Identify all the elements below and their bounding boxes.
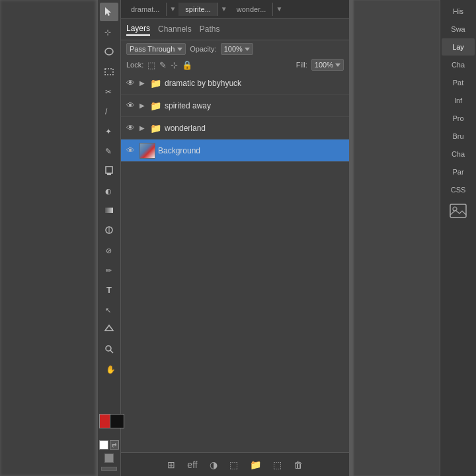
right-panel-history[interactable]: His <box>442 3 475 20</box>
stamp-tool[interactable] <box>100 161 118 180</box>
svg-text:✋: ✋ <box>106 364 114 374</box>
brush-tool[interactable]: ✎ <box>100 141 118 160</box>
right-panel: His Swa Lay Cha Pat Inf Pro Bru Cha Par … <box>440 0 476 476</box>
tab-dramatic[interactable]: dramat... <box>124 3 167 16</box>
new-layer-btn[interactable]: ⬚ <box>270 458 284 471</box>
layer-item-background[interactable]: 👁 Background <box>121 139 349 162</box>
right-panel-image-icon[interactable] <box>442 199 475 223</box>
type-tool[interactable]: T <box>100 280 118 299</box>
crop-tool[interactable]: ✂ <box>100 82 118 100</box>
blend-mode-arrow <box>177 48 182 51</box>
select-tool[interactable] <box>100 3 118 21</box>
opacity-arrow <box>245 48 250 51</box>
expand-arrow[interactable]: ▶ <box>139 124 147 132</box>
svg-point-2 <box>105 48 113 55</box>
visibility-icon[interactable]: 👁 <box>126 100 137 110</box>
visibility-icon[interactable]: 👁 <box>126 145 137 155</box>
right-panel-para[interactable]: Par <box>442 163 475 180</box>
visibility-icon[interactable]: 👁 <box>126 78 137 88</box>
right-panel-paths[interactable]: Pat <box>442 74 475 91</box>
tab-channels[interactable]: Channels <box>158 23 192 35</box>
move-tool[interactable]: ⊹ <box>100 22 118 41</box>
visibility-icon[interactable]: 👁 <box>126 123 137 133</box>
lock-image-icon[interactable]: ✎ <box>159 60 167 70</box>
layers-panel: dramat... ▼ spirite... ▼ wonder... ▼ Lay… <box>121 0 349 476</box>
lock-pixels-icon[interactable]: ⬚ <box>147 60 155 70</box>
layer-effects-btn[interactable]: eff <box>184 458 200 471</box>
lock-all-icon[interactable]: 🔒 <box>182 60 192 70</box>
lock-position-icon[interactable]: ⊹ <box>171 60 178 70</box>
fill-input[interactable]: 100% <box>311 59 344 71</box>
right-panel-char[interactable]: Cha <box>442 145 475 163</box>
right-panel-channels[interactable]: Cha <box>442 56 475 73</box>
right-panel-properties[interactable]: Pro <box>442 110 475 127</box>
marquee-tool[interactable] <box>100 62 118 81</box>
svg-rect-8 <box>106 167 112 173</box>
opacity-input[interactable]: 100% <box>221 43 253 55</box>
layer-item[interactable]: 👁 ▶ 📁 spirited away <box>121 95 349 117</box>
fill-arrow <box>335 63 340 67</box>
blur-tool[interactable] <box>100 221 118 239</box>
tab-layers[interactable]: Layers <box>126 22 150 36</box>
hand-tool[interactable]: ✋ <box>100 360 118 378</box>
new-group-btn[interactable]: 📁 <box>247 458 264 471</box>
svg-rect-3 <box>105 69 113 75</box>
eraser-tool[interactable]: ◐ <box>100 181 118 200</box>
adjustment-layer-btn[interactable]: ⬚ <box>227 458 241 471</box>
tab-paths[interactable]: Paths <box>200 23 220 35</box>
background-color[interactable] <box>110 414 124 428</box>
link-layers-btn[interactable]: ⊞ <box>165 458 178 471</box>
healing-tool[interactable]: ✦ <box>100 122 118 140</box>
svg-text:✦: ✦ <box>105 127 112 136</box>
tab-arrow-2: ▼ <box>218 5 230 13</box>
svg-text:✂: ✂ <box>105 87 112 97</box>
toolbar: ⊹ ✂ / ✦ ✎ ◐ ⊘ ✏ T ↖ <box>98 0 121 476</box>
lock-row: Lock: ⬚ ✎ ⊹ 🔒 Fill: 100% <box>121 58 349 72</box>
blend-mode-select[interactable]: Pass Through <box>126 43 186 55</box>
layer-name: spirited away <box>165 101 344 110</box>
blend-mode-row: Pass Through Opacity: 100% <box>121 40 349 58</box>
gradient-tool[interactable] <box>100 201 118 219</box>
delete-layer-btn[interactable]: 🗑 <box>291 458 305 471</box>
svg-text:✎: ✎ <box>105 147 112 156</box>
layers-list: 👁 ▶ 📁 dramatic by bbyhyuck 👁 ▶ 📁 spirite… <box>121 72 349 452</box>
fill-label: Fill: <box>296 61 307 69</box>
screen-mode[interactable] <box>101 467 117 471</box>
path-tool[interactable]: ↖ <box>100 300 118 319</box>
right-panel-info[interactable]: Inf <box>442 92 475 109</box>
layer-mask-btn[interactable]: ◑ <box>207 458 220 471</box>
quick-mask[interactable] <box>104 454 114 463</box>
dodge-tool[interactable]: ⊘ <box>100 241 118 259</box>
layer-name: Background <box>158 146 344 155</box>
layer-item[interactable]: 👁 ▶ 📁 dramatic by bbyhyuck <box>121 72 349 95</box>
document-tabs: dramat... ▼ spirite... ▼ wonder... ▼ <box>121 0 349 19</box>
layer-name: dramatic by bbyhyuck <box>165 79 344 88</box>
layer-item[interactable]: 👁 ▶ 📁 wonderland <box>121 117 349 139</box>
right-panel-brush[interactable]: Bru <box>442 128 475 145</box>
swap-colors[interactable]: ⇄ <box>110 440 119 450</box>
svg-rect-9 <box>107 173 111 175</box>
right-panel-layers[interactable]: Lay <box>442 38 475 56</box>
lock-label: Lock: <box>126 61 143 69</box>
expand-arrow[interactable]: ▶ <box>139 79 147 87</box>
right-panel-swatches[interactable]: Swa <box>442 20 475 38</box>
pen-tool[interactable]: ✏ <box>100 260 118 279</box>
tab-wonderland[interactable]: wonder... <box>230 3 274 16</box>
panel-tabs: Layers Channels Paths <box>121 21 349 37</box>
default-colors[interactable] <box>99 440 108 450</box>
svg-text:T: T <box>106 285 112 295</box>
tab-spirited[interactable]: spirite... <box>178 3 218 16</box>
tab-arrow-1: ▼ <box>167 5 178 13</box>
lasso-tool[interactable] <box>100 42 118 61</box>
svg-text:⊘: ⊘ <box>106 247 112 255</box>
layer-thumbnail <box>139 143 155 159</box>
expand-arrow[interactable]: ▶ <box>139 102 147 109</box>
svg-rect-11 <box>105 208 113 213</box>
layer-name: wonderland <box>165 124 344 133</box>
shape-tool[interactable] <box>100 320 118 338</box>
right-panel-css[interactable]: CSS <box>442 181 475 198</box>
zoom-tool[interactable] <box>100 340 118 358</box>
svg-text:✏: ✏ <box>106 266 112 274</box>
eyedropper-tool[interactable]: / <box>100 102 118 120</box>
svg-text:◐: ◐ <box>105 187 112 195</box>
